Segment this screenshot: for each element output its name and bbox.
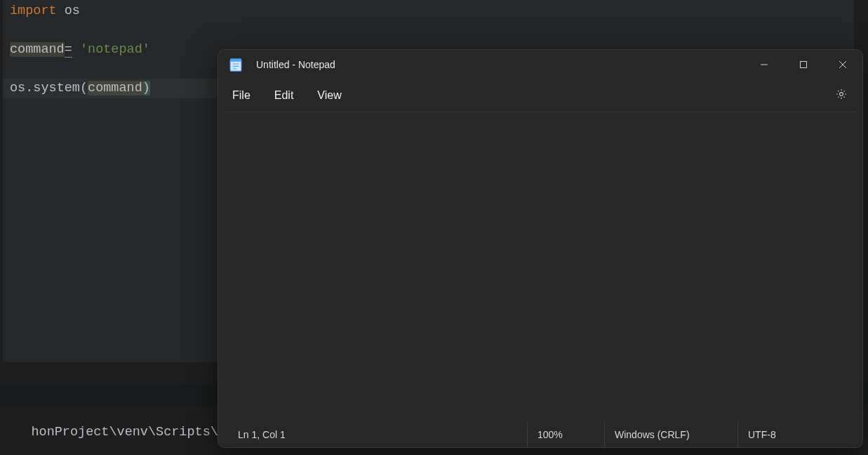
- svg-rect-6: [801, 62, 807, 68]
- notepad-title: Untitled - Notepad: [256, 59, 335, 70]
- rparen: ): [142, 81, 150, 95]
- code-blank-1[interactable]: [3, 21, 860, 41]
- minimize-button[interactable]: [745, 50, 784, 79]
- svg-rect-1: [230, 58, 241, 62]
- code-line-1[interactable]: import os: [3, 1, 860, 21]
- menu-file[interactable]: File: [228, 85, 255, 106]
- string-notepad: 'notepad': [80, 42, 150, 57]
- obj-os: os: [10, 81, 25, 95]
- op-equals: =: [65, 42, 72, 58]
- close-button[interactable]: [823, 50, 862, 79]
- notepad-text-area[interactable]: [222, 112, 858, 422]
- var-command: command: [10, 42, 65, 57]
- status-zoom[interactable]: 100%: [527, 422, 604, 447]
- func-system: system: [33, 81, 80, 95]
- arg-command: command: [88, 81, 142, 95]
- menu-view[interactable]: View: [313, 85, 345, 106]
- notepad-titlebar[interactable]: Untitled - Notepad: [218, 50, 862, 79]
- module-os: os: [65, 4, 80, 18]
- svg-rect-0: [230, 60, 241, 71]
- status-line-ending[interactable]: Windows (CRLF): [604, 422, 737, 447]
- maximize-button[interactable]: [784, 50, 823, 79]
- settings-button[interactable]: [830, 84, 853, 107]
- notepad-icon: [229, 58, 242, 72]
- window-caption-buttons: [745, 50, 862, 79]
- notepad-window[interactable]: Untitled - Notepad File Edit View: [218, 49, 863, 448]
- svg-point-9: [840, 93, 843, 96]
- keyword-import: import: [10, 4, 57, 18]
- menu-edit[interactable]: Edit: [270, 85, 298, 106]
- status-caret-position[interactable]: Ln 1, Col 1: [218, 422, 527, 447]
- notepad-statusbar: Ln 1, Col 1 100% Windows (CRLF) UTF-8: [218, 422, 862, 447]
- gear-icon: [835, 88, 848, 103]
- lparen: (: [80, 81, 88, 95]
- status-encoding[interactable]: UTF-8: [737, 422, 862, 447]
- notepad-menubar: File Edit View: [218, 79, 862, 112]
- dot: .: [25, 81, 33, 95]
